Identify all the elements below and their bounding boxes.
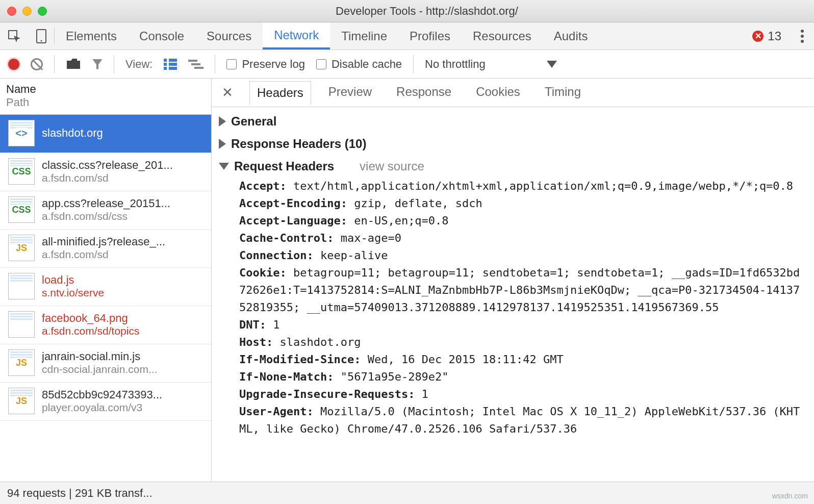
request-row[interactable]: CSSapp.css?release_20151...a.fsdn.com/sd… (0, 191, 211, 230)
request-path: a.fsdn.com/sd (42, 248, 165, 261)
request-row[interactable]: load.jss.ntv.io/serve (0, 268, 211, 306)
detail-tab-timing[interactable]: Timing (538, 81, 588, 105)
watermark: wsxdn.com (772, 492, 808, 500)
html-file-icon: <> (8, 120, 35, 146)
device-icon[interactable] (29, 22, 54, 49)
header-key: Cookie: (239, 266, 287, 279)
section-response-headers[interactable]: Response Headers (10) (219, 133, 807, 155)
triangle-right-icon (219, 116, 226, 127)
detail-tab-response[interactable]: Response (389, 81, 459, 105)
network-toolbar: View: Preserve log Disable cache No thro… (0, 50, 814, 79)
file-icon (8, 273, 35, 299)
header-row: Connection: keep-alive (239, 247, 802, 264)
svg-rect-8 (169, 67, 177, 70)
large-rows-icon[interactable] (164, 59, 177, 70)
clear-icon[interactable] (31, 58, 43, 70)
header-value: 1 (266, 318, 280, 331)
header-value: en-US,en;q=0.8 (347, 214, 449, 227)
tab-audits[interactable]: Audits (543, 22, 599, 49)
tab-console[interactable]: Console (128, 22, 195, 49)
js-file-icon: JS (8, 349, 35, 376)
column-path: Path (6, 96, 205, 109)
request-name: janrain-social.min.js (42, 350, 157, 363)
minimize-window-icon[interactable] (22, 7, 32, 16)
preserve-log-checkbox[interactable]: Preserve log (226, 58, 305, 71)
request-row[interactable]: JSjanrain-social.min.jscdn-social.janrai… (0, 344, 211, 383)
request-list-header[interactable]: Name Path (0, 79, 211, 115)
svg-rect-10 (191, 63, 200, 65)
throttling-value: No throttling (425, 58, 486, 71)
request-row[interactable]: <>slashdot.org (0, 115, 211, 153)
header-row: DNT: 1 (239, 316, 802, 334)
disable-cache-label: Disable cache (332, 58, 402, 71)
tab-resources[interactable]: Resources (462, 22, 543, 49)
request-path: cdn-social.janrain.com... (42, 363, 157, 375)
request-path: a.fsdn.com/sd/topics (42, 325, 139, 337)
header-value: keep-alive (314, 249, 388, 262)
request-path: a.fsdn.com/sd (42, 172, 173, 184)
detail-tab-headers[interactable]: Headers (249, 81, 311, 105)
request-row[interactable]: JS85d52cbb9c92473393...player.ooyala.com… (0, 383, 211, 421)
chevron-down-icon (547, 61, 557, 68)
header-row: Upgrade-Insecure-Requests: 1 (239, 386, 802, 403)
column-name: Name (6, 83, 205, 96)
close-icon[interactable]: ✕ (218, 85, 237, 100)
header-key: Accept-Encoding: (239, 197, 347, 210)
throttling-select[interactable]: No throttling (425, 58, 557, 71)
request-path: s.ntv.io/serve (42, 287, 104, 299)
screenshot-icon[interactable] (66, 59, 81, 70)
tab-network[interactable]: Network (263, 22, 330, 49)
tab-sources[interactable]: Sources (195, 22, 263, 49)
header-key: If-None-Match: (239, 370, 334, 383)
disable-cache-checkbox[interactable]: Disable cache (316, 58, 402, 71)
header-value: "5671a95e-289e2" (334, 370, 448, 383)
waterfall-icon[interactable] (188, 59, 204, 70)
request-row[interactable]: JSall-minified.js?release_...a.fsdn.com/… (0, 230, 211, 268)
detail-tab-cookies[interactable]: Cookies (469, 81, 527, 105)
request-list-panel: Name Path <>slashdot.orgCSSclassic.css?r… (0, 79, 212, 482)
view-source-link[interactable]: view source (360, 159, 424, 173)
error-icon: ✕ (752, 31, 764, 42)
filter-icon[interactable] (92, 59, 103, 69)
header-key: Accept-Language: (239, 214, 347, 227)
request-name: slashdot.org (42, 127, 103, 140)
tab-elements[interactable]: Elements (55, 22, 128, 49)
section-request-headers[interactable]: Request Headers view source (219, 155, 807, 178)
header-key: User-Agent: (239, 405, 314, 418)
header-row: Host: slashdot.org (239, 334, 802, 351)
header-value: Wed, 16 Dec 2015 18:11:42 GMT (361, 353, 563, 366)
error-count[interactable]: ✕ 13 (743, 22, 791, 49)
request-row[interactable]: facebook_64.pnga.fsdn.com/sd/topics (0, 306, 211, 344)
css-file-icon: CSS (8, 158, 35, 185)
tab-profiles[interactable]: Profiles (398, 22, 462, 49)
header-key: Host: (239, 336, 273, 348)
header-row: If-Modified-Since: Wed, 16 Dec 2015 18:1… (239, 351, 802, 368)
titlebar: Developer Tools - http://slashdot.org/ (0, 0, 814, 22)
svg-point-2 (41, 40, 42, 41)
detail-tab-preview[interactable]: Preview (321, 81, 379, 105)
request-name: load.js (42, 273, 104, 287)
record-icon[interactable] (8, 59, 19, 70)
triangle-right-icon (219, 139, 226, 149)
section-general[interactable]: General (219, 110, 807, 133)
header-value: slashdot.org (273, 336, 361, 348)
js-file-icon: JS (8, 388, 35, 414)
overflow-menu-icon[interactable] (791, 22, 814, 49)
request-path: player.ooyala.com/v3 (42, 401, 162, 414)
header-value: betagroup=11; betagroup=11; sendtobeta=1… (239, 266, 800, 314)
request-row[interactable]: CSSclassic.css?release_201...a.fsdn.com/… (0, 153, 211, 191)
svg-rect-11 (194, 67, 204, 69)
status-text: 94 requests | 291 KB transf... (7, 487, 152, 500)
section-general-title: General (231, 114, 276, 129)
header-key: DNT: (239, 318, 266, 331)
section-response-title: Response Headers (10) (231, 137, 366, 151)
zoom-window-icon[interactable] (38, 7, 47, 16)
close-window-icon[interactable] (7, 7, 16, 16)
tab-timeline[interactable]: Timeline (330, 22, 398, 49)
header-row: Cache-Control: max-age=0 (239, 230, 802, 247)
header-key: Connection: (239, 249, 314, 262)
svg-rect-7 (169, 63, 177, 66)
inspect-icon[interactable] (0, 22, 29, 49)
header-row: User-Agent: Mozilla/5.0 (Macintosh; Inte… (239, 403, 802, 438)
header-key: If-Modified-Since: (239, 353, 361, 366)
